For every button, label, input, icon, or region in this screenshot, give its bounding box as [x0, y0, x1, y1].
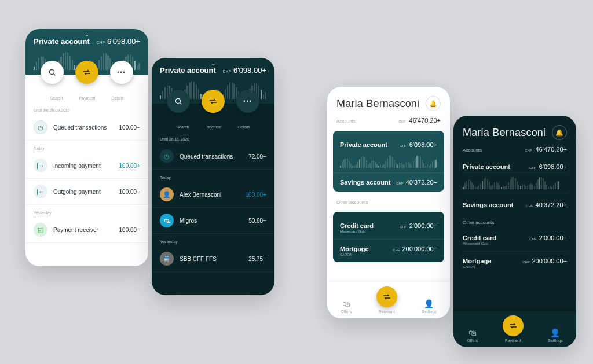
tab-settings[interactable]: 👤Settings: [548, 328, 562, 343]
section-label: Today: [25, 141, 148, 153]
search-label: Search: [176, 125, 189, 129]
transactions-panel: Until the 26.09.2019 ◷ Queued transactio…: [25, 102, 148, 247]
overview-header: Maria Bernasconi 🔔: [327, 87, 450, 117]
shopping-icon: 🛍: [468, 328, 477, 337]
transactions-panel: Until 26.11.2020 ◷ Queued transactions 7…: [152, 131, 274, 275]
train-icon: 🚆: [160, 252, 174, 266]
tab-payment[interactable]: Payment: [505, 333, 521, 343]
account-row[interactable]: Credit cardMastercard Gold CHF 2'000.00−: [463, 229, 567, 252]
accounts-total: 46'470.20+: [536, 146, 567, 153]
details-label: Details: [237, 125, 250, 129]
transaction-row[interactable]: |← Outgoing payment 100.00−: [25, 179, 148, 205]
transaction-row[interactable]: ◷ Queued transactions 100.00−: [25, 115, 148, 141]
accounts-label: Accounts: [463, 148, 482, 153]
avatar-icon: 👤: [160, 187, 174, 201]
payment-button[interactable]: [202, 90, 225, 113]
payment-button[interactable]: [75, 61, 98, 84]
section-label: Today: [152, 170, 274, 182]
main-accounts-list: Private account CHF 6'098.00+ Savings ac…: [453, 156, 576, 215]
user-name: Maria Bernasconi: [336, 98, 419, 110]
clock-icon: ◷: [34, 120, 47, 134]
search-button[interactable]: [41, 61, 64, 84]
phone-overview-dark: Maria Bernasconi 🔔 Accounts CHF 46'470.2…: [453, 116, 576, 347]
other-accounts-label-row: Other accounts: [327, 195, 450, 208]
account-row[interactable]: Savings account CHF 40'372.20+: [340, 175, 437, 189]
payment-icon: [376, 286, 397, 307]
phone-account-dark: ⌄ Private account CHF 6'098.00+ ••• Sear…: [152, 58, 274, 295]
account-balance: 6'098.00+: [233, 66, 266, 75]
user-name: Maria Bernasconi: [463, 127, 546, 139]
other-accounts-card[interactable]: Credit cardMastercard Gold CHF 2'000.00−…: [333, 212, 444, 262]
account-balance: 6'098.00+: [107, 37, 140, 46]
accounts-summary-row: Accounts CHF 46'470.20+: [453, 146, 576, 156]
account-row[interactable]: Savings account CHF 40'372.20+: [463, 194, 567, 215]
transaction-row[interactable]: ◱ Payment receiver 100.00−: [25, 217, 148, 243]
account-row[interactable]: Credit cardMastercard Gold CHF 2'000.00−: [340, 219, 437, 237]
account-row[interactable]: MortgageSARON CHF 200'000.00−: [340, 242, 437, 260]
account-row[interactable]: Private account CHF 6'098.00+: [463, 156, 567, 173]
shopping-icon: 🛍: [342, 299, 350, 308]
other-accounts-label: Other accounts: [463, 220, 494, 225]
svg-point-0: [49, 69, 54, 74]
spark-bars: [463, 175, 567, 189]
accounts-total: 46'470.20+: [409, 117, 441, 124]
action-strip: ••• Search Payment Details: [25, 75, 148, 102]
accounts-summary-row: Accounts CHF 46'470.20+: [327, 117, 450, 127]
outgoing-icon: |←: [34, 185, 47, 198]
payment-icon: [503, 315, 524, 336]
accounts-label: Accounts: [336, 119, 356, 124]
phone-overview-light: Maria Bernasconi 🔔 Accounts CHF 46'470.2…: [327, 87, 450, 318]
details-label: Details: [111, 96, 123, 100]
other-accounts-list: Credit cardMastercard Gold CHF 2'000.00−…: [453, 229, 576, 274]
main-accounts-card[interactable]: Private account CHF 6'098.00+ Savings ac…: [333, 131, 444, 192]
payment-label: Payment: [206, 125, 222, 129]
notifications-button[interactable]: 🔔: [426, 96, 441, 111]
user-icon: 👤: [550, 328, 560, 337]
account-title: Private account: [160, 66, 216, 75]
section-label: Yesterday: [152, 234, 274, 246]
transaction-row[interactable]: 🚆 SBB CFF FFS 25.75−: [152, 246, 274, 272]
incoming-icon: |→: [34, 159, 47, 172]
currency-label: CHF: [525, 149, 532, 152]
section-label: Until 26.11.2020: [152, 131, 274, 144]
section-label: Until the 26.09.2019: [25, 102, 148, 115]
transaction-row[interactable]: 🛍 Migros 50.60−: [152, 208, 274, 234]
details-button[interactable]: •••: [236, 90, 259, 113]
transaction-row[interactable]: 👤 Alex Bernasconi 100.00+: [152, 182, 274, 208]
action-strip: ••• Search Payment Details: [152, 104, 274, 131]
svg-line-3: [180, 103, 182, 105]
notifications-button[interactable]: 🔔: [552, 125, 567, 140]
tab-offers[interactable]: 🛍Offers: [341, 299, 352, 314]
shopping-bag-icon: 🛍: [160, 214, 174, 227]
receiver-icon: ◱: [34, 223, 47, 237]
payment-label: Payment: [79, 96, 96, 100]
tab-offers[interactable]: 🛍Offers: [467, 328, 478, 343]
account-row[interactable]: Private account CHF 6'098.00+: [340, 138, 437, 152]
clock-icon: ◷: [160, 149, 174, 163]
transaction-row[interactable]: ◷ Queued transactions 72.00−: [152, 144, 274, 170]
transaction-row[interactable]: |→ Incoming payment 100.00+: [25, 153, 148, 179]
currency-label: CHF: [97, 41, 105, 45]
search-label: Search: [50, 96, 63, 100]
other-accounts-label: Other accounts: [336, 200, 368, 205]
currency-label: CHF: [398, 120, 405, 123]
account-title: Private account: [34, 37, 90, 46]
svg-line-1: [54, 74, 56, 76]
tab-settings[interactable]: 👤Settings: [422, 299, 436, 314]
user-icon: 👤: [424, 299, 434, 308]
bottom-tabbar: 🛍Offers Payment 👤Settings: [327, 282, 450, 318]
other-accounts-label-row: Other accounts: [453, 215, 576, 229]
search-button[interactable]: [167, 90, 190, 113]
tab-payment[interactable]: Payment: [379, 304, 395, 314]
overview-header: Maria Bernasconi 🔔: [453, 116, 576, 146]
spark-bars: [340, 154, 437, 168]
details-button[interactable]: •••: [110, 61, 133, 84]
section-label: Yesterday: [25, 205, 148, 217]
chevron-down-icon[interactable]: ⌄: [85, 31, 89, 38]
phone-account-light: ⌄ Private account CHF 6'098.00+ ••• Sear…: [25, 29, 148, 266]
bottom-tabbar: 🛍Offers Payment 👤Settings: [453, 311, 576, 347]
chevron-down-icon[interactable]: ⌄: [211, 60, 215, 67]
svg-point-2: [175, 98, 180, 103]
account-row[interactable]: MortgageSARON CHF 200'000.00−: [463, 252, 567, 274]
currency-label: CHF: [223, 69, 231, 73]
